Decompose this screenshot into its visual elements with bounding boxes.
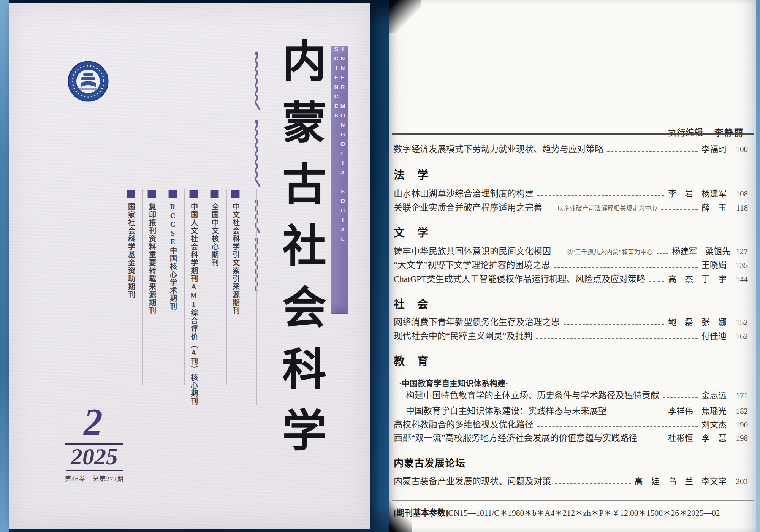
dot-leader <box>661 209 698 210</box>
toc-entry: 中国教育学自主知识体系建设：实践样态与未来展望李祥伟 焦瑶光182 <box>406 404 748 416</box>
honor-bullet <box>148 190 156 198</box>
toc-entry: 网络消费下青年新型债务化生存及治理之思鲍 磊 张 娜152 <box>394 315 748 328</box>
toc-entry-subtitle: ——以“三千孤儿入内蒙”叙事为中心 <box>553 247 653 256</box>
journal-seal-icon <box>59 51 109 104</box>
toc-entry-authors: 薛 玉 <box>701 201 727 213</box>
toc-entry-page: 127 <box>730 247 748 256</box>
toc-entry-authors: 杨建军 梁银先 <box>672 244 730 256</box>
left-border-band <box>0 0 9 532</box>
honor-separator-line <box>256 189 257 405</box>
journal-title-banner: INNER MONGOLIA SOCIAL SCIENCES <box>331 46 348 314</box>
toc-entry: 铸牢中华民族共同体意识的民间文化模因——以“三千孤儿入内蒙”叙事为中心杨建军 梁… <box>394 244 748 257</box>
right-border-band <box>756 0 760 532</box>
honor-item: 全国中文核心期刊 <box>210 203 218 530</box>
honor-bullet <box>169 190 177 198</box>
toc-entry-page: 135 <box>727 261 748 270</box>
dot-leader <box>663 397 698 398</box>
toc-section-header: 社 会 <box>394 295 429 311</box>
journal-params-label: [期刊基本参数] <box>394 508 448 518</box>
toc-entry-page: 190 <box>727 420 748 430</box>
toc-entry: 构建中国特色教育学的主体立场、历史条件与学术路径及独特贡献金志远171 <box>406 388 748 401</box>
toc-section-header: 教 育 <box>394 352 429 368</box>
toc-entry-authors: 高 杰 丁 宇 <box>668 272 727 284</box>
toc-section-header: 文 学 <box>394 224 429 240</box>
toc-entry-authors: 杜彬恒 李 慧 <box>668 431 727 443</box>
honor-separator-line <box>206 189 206 385</box>
toc-entry-authors: 鲍 磊 张 娜 <box>668 315 727 327</box>
screenshot-root: 内蒙古社会科学 INNER MONGOLIA SOCIAL SCIENCES 中… <box>0 0 760 532</box>
honor-separator-line <box>164 189 164 385</box>
toc-bottom-rule <box>392 500 754 501</box>
toc-entry-title: 现代社会中的“民粹主义幽灵”及批判 <box>394 329 532 342</box>
toc-entry: 西部“双一流”高校服务地方经济社会发展的价值意蕴与实践路径杜彬恒 李 慧198 <box>394 431 748 443</box>
toc-entry-authors: 李福珂 <box>701 142 727 154</box>
toc-entry-title: 网络消费下青年新型债务化生存及治理之思 <box>394 315 560 328</box>
honor-item: RCCSE中国核心学术期刊 <box>168 203 177 530</box>
toc-entry: 现代社会中的“民粹主义幽灵”及批判付佳迪162 <box>394 329 748 342</box>
toc-entry-title: ChatGPT类生成式人工智能侵权作品运行机理、风险点及应对策略 <box>394 272 645 285</box>
toc-entry-title: 铸牢中华民族共同体意识的民间文化模因 <box>394 244 551 257</box>
dot-leader <box>555 483 631 484</box>
toc-entry-title: 高校科教融合的多维检视及优化路径 <box>394 417 534 430</box>
dot-leader <box>564 324 664 325</box>
dot-leader <box>611 413 664 413</box>
toc-entry-authors: 付佳迪 <box>701 329 727 341</box>
journal-params-value: CN15—1011/C＊1980＊b＊A4＊212＊zh＊P＊￥12.00＊15… <box>448 508 720 518</box>
honor-item: 复印报刊资料重要转载来源期刊 <box>147 203 156 530</box>
toc-entry: ChatGPT类生成式人工智能侵权作品运行机理、风险点及应对策略高 杰 丁 宇1… <box>394 272 748 285</box>
toc-entry-title: 山水林田湖草沙综合治理制度的构建 <box>394 186 534 199</box>
issue-year: 2025 <box>55 445 133 468</box>
dot-leader <box>536 338 698 339</box>
toc-entry-page: 171 <box>727 391 748 401</box>
toc-top-rule <box>392 133 754 135</box>
toc-entry-title: 关联企业实质合并破产程序适用之完善 <box>394 200 542 213</box>
journal-params-line: [期刊基本参数]CN15—1011/C＊1980＊b＊A4＊212＊zh＊P＊￥… <box>394 506 748 518</box>
toc-entry-authors: 李 岩 杨建军 <box>668 187 727 199</box>
toc-entry-title: 构建中国特色教育学的主体立场、历史条件与学术路径及独特贡献 <box>406 388 659 401</box>
toc-entry-page: 108 <box>727 189 748 199</box>
toc-entry: 山水林田湖草沙综合治理制度的构建李 岩 杨建军108 <box>394 186 748 199</box>
honor-bullet <box>190 190 198 198</box>
toc-entry-title: 中国教育学自主知识体系建设：实践样态与未来展望 <box>406 404 607 416</box>
page-corner-shadow-top <box>389 0 421 33</box>
toc-entry: “大文学”视野下文学理论扩容的困境之思王晓娟135 <box>394 258 748 271</box>
executive-editor-name: 李静丽 <box>714 128 744 138</box>
honor-item: 中文社会科学引文索引来源期刊 <box>231 203 239 530</box>
honor-separator-line <box>226 189 227 385</box>
dot-leader <box>607 151 698 152</box>
dot-leader <box>537 195 664 196</box>
executive-editor-label: 执行编辑 <box>668 128 703 138</box>
toc-entry-page: 152 <box>727 318 748 327</box>
journal-title-en: INNER MONGOLIA SOCIAL SCIENCES <box>333 46 346 314</box>
journal-title-cn: 内蒙古社会科学 <box>275 38 325 469</box>
honor-bullet <box>231 190 239 198</box>
toc-entry-page: 100 <box>727 145 748 154</box>
dot-leader <box>641 440 664 440</box>
toc-entry-title: 数字经济发展模式下劳动力就业现状、趋势与应对策略 <box>394 142 603 155</box>
toc-entry-authors: 李祥伟 焦瑶光 <box>668 404 727 416</box>
dot-leader <box>649 281 664 282</box>
dot-leader <box>554 267 698 268</box>
toc-section-header: 法 学 <box>394 166 429 182</box>
honor-separator-line <box>184 189 185 385</box>
dot-leader <box>537 426 698 427</box>
honor-item: 中国人文社会科学期刊AMI综合评价（A刊）核心期刊 <box>189 203 198 530</box>
toc-entry-authors: 王晓娟 <box>701 258 727 270</box>
issue-rule-bottom <box>66 470 123 471</box>
toc-entry-page: 198 <box>727 434 748 443</box>
toc-entry-title: 西部“双一流”高校服务地方经济社会发展的价值意蕴与实践路径 <box>394 431 637 443</box>
toc-entry-subtitle: ——以企业破产司法解释相关规定为中心 <box>545 203 657 212</box>
toc-entry: 数字经济发展模式下劳动力就业现状、趋势与应对策略李福珂100 <box>394 142 748 155</box>
dot-leader <box>657 253 668 254</box>
honor-separator-line <box>122 189 122 385</box>
toc-subsection-header: ·中国教育学自主知识体系构建· <box>399 377 508 388</box>
toc-entry-page: 182 <box>727 407 748 416</box>
toc-entry: 关联企业实质合并破产程序适用之完善——以企业破产司法解释相关规定为中心薛 玉11… <box>394 200 748 213</box>
toc-entry-authors: 金志远 <box>701 388 727 401</box>
honor-separator-line <box>142 189 143 385</box>
toc-entry-authors: 刘文杰 <box>701 418 727 430</box>
honor-bullet <box>127 190 135 198</box>
toc-forum-header: 内蒙古发展论坛 <box>394 455 466 469</box>
journal-cover: 内蒙古社会科学 INNER MONGOLIA SOCIAL SCIENCES 中… <box>9 3 370 529</box>
toc-entry: 内蒙古装备产业发展的现状、问题及对策高 娃 乌 兰 李文学203 <box>394 474 748 487</box>
